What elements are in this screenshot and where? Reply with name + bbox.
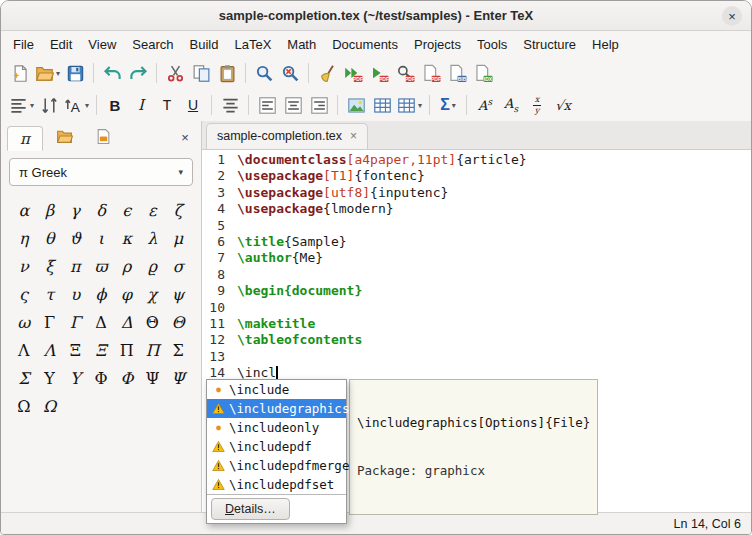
new-file-button[interactable] bbox=[7, 60, 33, 86]
symbol-cell[interactable]: δ bbox=[88, 198, 114, 222]
symbol-cell[interactable]: Υ bbox=[37, 366, 63, 390]
sqrt-button[interactable]: √x bbox=[550, 92, 576, 118]
tab-files[interactable] bbox=[46, 126, 82, 151]
symbol-cell[interactable]: ϕ bbox=[88, 282, 114, 306]
tab-pdf[interactable] bbox=[85, 126, 121, 151]
completion-item[interactable]: \includepdfmerge bbox=[207, 456, 346, 475]
menu-latex[interactable]: LaTeX bbox=[226, 34, 279, 55]
symbol-cell[interactable]: ϵ bbox=[114, 198, 140, 222]
symbol-set-select[interactable]: π Greek ▾ bbox=[9, 158, 193, 186]
symbol-cell[interactable]: Σ bbox=[11, 366, 37, 390]
undo-button[interactable] bbox=[99, 60, 125, 86]
symbol-cell[interactable]: ζ bbox=[165, 198, 191, 222]
symbol-cell[interactable]: ω bbox=[11, 310, 37, 334]
line-spacing-button[interactable] bbox=[36, 92, 62, 118]
symbol-cell[interactable]: Ω bbox=[37, 394, 63, 418]
tab-symbols[interactable]: π bbox=[7, 126, 43, 151]
tab-close-icon[interactable]: × bbox=[350, 129, 357, 143]
quick-build-button[interactable]: PDF bbox=[340, 60, 366, 86]
symbol-cell[interactable]: Ξ bbox=[88, 338, 114, 362]
compile-button[interactable]: PDF bbox=[366, 60, 392, 86]
symbol-cell[interactable]: ϱ bbox=[140, 254, 166, 278]
symbol-cell[interactable]: θ bbox=[37, 226, 63, 250]
symbol-cell[interactable]: Δ bbox=[88, 310, 114, 334]
symbol-cell[interactable]: Λ bbox=[37, 338, 63, 362]
align-center-button[interactable] bbox=[217, 92, 243, 118]
symbol-cell[interactable]: Γ bbox=[37, 310, 63, 334]
find-replace-button[interactable] bbox=[277, 60, 303, 86]
symbol-cell[interactable]: ρ bbox=[114, 254, 140, 278]
typewriter-button[interactable]: T bbox=[154, 92, 180, 118]
symbol-cell[interactable]: Π bbox=[140, 338, 166, 362]
math-sum-button[interactable]: Σ▾ bbox=[435, 92, 461, 118]
symbol-cell[interactable]: ϑ bbox=[62, 226, 88, 250]
symbol-cell[interactable]: χ bbox=[140, 282, 166, 306]
save-file-button[interactable] bbox=[62, 60, 88, 86]
symbol-cell[interactable]: Γ bbox=[62, 310, 88, 334]
env-left-button[interactable] bbox=[254, 92, 280, 118]
symbol-cell[interactable]: ν bbox=[11, 254, 37, 278]
underline-button[interactable]: U bbox=[180, 92, 206, 118]
insert-image-button[interactable] bbox=[343, 92, 369, 118]
menu-view[interactable]: View bbox=[80, 34, 124, 55]
symbol-cell[interactable]: Π bbox=[114, 338, 140, 362]
pdflatex-button[interactable]: PDF bbox=[418, 60, 444, 86]
section-list-button[interactable]: ▾ bbox=[7, 92, 36, 118]
symbol-cell[interactable]: η bbox=[11, 226, 37, 250]
symbol-cell[interactable]: π bbox=[62, 254, 88, 278]
symbol-cell[interactable]: ι bbox=[88, 226, 114, 250]
symbol-cell[interactable]: φ bbox=[114, 282, 140, 306]
insert-table-button[interactable] bbox=[369, 92, 395, 118]
symbol-cell[interactable]: ϖ bbox=[88, 254, 114, 278]
redo-button[interactable] bbox=[125, 60, 151, 86]
open-file-button[interactable]: ▾ bbox=[33, 60, 62, 86]
menu-search[interactable]: Search bbox=[124, 34, 181, 55]
symbol-cell[interactable]: β bbox=[37, 198, 63, 222]
symbol-cell[interactable]: Φ bbox=[88, 366, 114, 390]
symbol-cell[interactable]: ξ bbox=[37, 254, 63, 278]
makeindex-button[interactable]: IDX bbox=[470, 60, 496, 86]
symbol-cell[interactable]: Θ bbox=[165, 310, 191, 334]
menu-projects[interactable]: Projects bbox=[406, 34, 469, 55]
superscript-button[interactable]: As bbox=[472, 92, 498, 118]
completion-item[interactable]: \includepdfset bbox=[207, 475, 346, 494]
symbol-cell[interactable]: γ bbox=[62, 198, 88, 222]
menu-structure[interactable]: Structure bbox=[515, 34, 584, 55]
document-tab[interactable]: sample-completion.tex × bbox=[206, 123, 368, 149]
symbol-cell[interactable]: Θ bbox=[140, 310, 166, 334]
cut-button[interactable] bbox=[162, 60, 188, 86]
fraction-button[interactable]: xy bbox=[524, 92, 550, 118]
symbol-cell[interactable]: σ bbox=[165, 254, 191, 278]
menu-file[interactable]: File bbox=[5, 34, 42, 55]
symbol-cell[interactable]: Δ bbox=[114, 310, 140, 334]
menu-documents[interactable]: Documents bbox=[324, 34, 406, 55]
symbol-cell[interactable]: Ξ bbox=[62, 338, 88, 362]
menu-math[interactable]: Math bbox=[279, 34, 324, 55]
completion-item[interactable]: \includegraphics bbox=[207, 399, 346, 418]
italic-button[interactable]: I bbox=[128, 92, 154, 118]
menu-help[interactable]: Help bbox=[584, 34, 627, 55]
clean-auxiliary-button[interactable] bbox=[314, 60, 340, 86]
copy-button[interactable] bbox=[188, 60, 214, 86]
menu-build[interactable]: Build bbox=[182, 34, 227, 55]
env-center-button[interactable] bbox=[280, 92, 306, 118]
symbol-cell[interactable]: Ψ bbox=[165, 366, 191, 390]
menu-tools[interactable]: Tools bbox=[469, 34, 515, 55]
sidebar-close-button[interactable]: × bbox=[175, 127, 195, 147]
symbol-cell[interactable]: κ bbox=[114, 226, 140, 250]
symbol-cell[interactable]: Σ bbox=[165, 338, 191, 362]
symbol-cell[interactable]: μ bbox=[165, 226, 191, 250]
paste-button[interactable] bbox=[214, 60, 240, 86]
symbol-cell[interactable]: Λ bbox=[11, 338, 37, 362]
view-pdf-button[interactable]: PDF bbox=[392, 60, 418, 86]
symbol-cell[interactable]: ψ bbox=[165, 282, 191, 306]
details-button[interactable]: Details… bbox=[211, 498, 290, 520]
symbol-cell[interactable]: τ bbox=[37, 282, 63, 306]
table-menu-button[interactable]: ▾ bbox=[395, 92, 424, 118]
menu-edit[interactable]: Edit bbox=[42, 34, 80, 55]
symbol-cell[interactable]: Υ bbox=[62, 366, 88, 390]
symbol-cell[interactable]: υ bbox=[62, 282, 88, 306]
symbol-cell[interactable]: Ψ bbox=[140, 366, 166, 390]
symbol-cell[interactable]: α bbox=[11, 198, 37, 222]
completion-item[interactable]: \include bbox=[207, 380, 346, 399]
